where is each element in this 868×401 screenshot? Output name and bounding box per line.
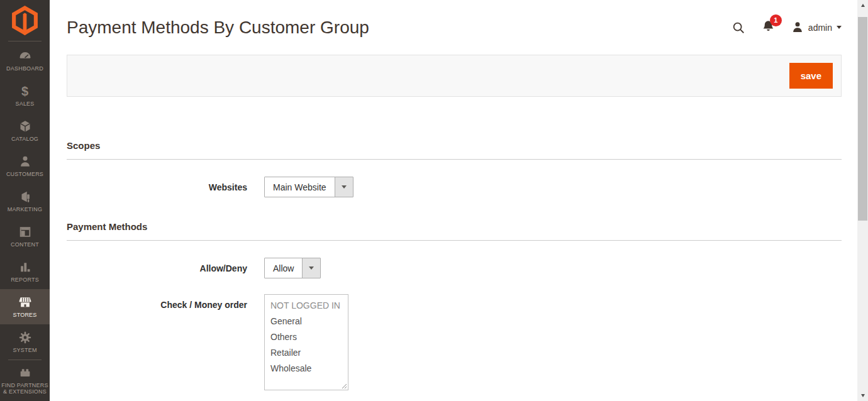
admin-sidebar: DASHBOARD $ SALES CATALOG CUSTOMERS (0, 0, 50, 401)
websites-select-value: Main Website (265, 177, 335, 197)
allow-deny-label: Allow/Deny (67, 263, 264, 273)
multiselect-option[interactable]: General (265, 314, 348, 329)
admin-avatar-icon (791, 21, 804, 34)
person-icon (18, 155, 32, 168)
chevron-down-icon (309, 266, 314, 270)
dollar-icon: $ (21, 84, 28, 98)
section-heading-payment-methods: Payment Methods (67, 221, 842, 232)
websites-select[interactable]: Main Website (264, 177, 353, 197)
section-heading-scopes: Scopes (67, 140, 842, 151)
bar-chart-icon (18, 260, 32, 274)
sidebar-item-label: MARKETING (8, 206, 42, 212)
scroll-down-icon (861, 394, 865, 397)
vertical-scrollbar[interactable] (857, 0, 868, 401)
allow-deny-select-value: Allow (265, 258, 302, 278)
scroll-up-icon (861, 4, 865, 7)
multiselect-option[interactable]: NOT LOGGED IN (265, 298, 348, 314)
sidebar-item-stores[interactable]: STORES (0, 289, 50, 324)
field-row-allow-deny: Allow/Deny Allow (67, 258, 842, 278)
chevron-down-icon (342, 185, 347, 189)
allow-deny-select[interactable]: Allow (264, 258, 321, 278)
magento-logo-icon (12, 6, 38, 35)
sidebar-item-label: CONTENT (11, 241, 39, 248)
field-row-check-money-order: Check / Money order NOT LOGGED IN Genera… (67, 294, 842, 390)
sidebar-item-label: SALES (15, 101, 34, 107)
sidebar-menu: DASHBOARD $ SALES CATALOG CUSTOMERS (0, 43, 50, 400)
select-arrow-button[interactable] (302, 258, 320, 278)
sidebar-item-system[interactable]: SYSTEM (0, 324, 50, 360)
select-arrow-button[interactable] (335, 177, 353, 197)
sidebar-item-label: STORES (13, 312, 36, 318)
section-divider (67, 240, 842, 241)
extension-brick-icon (18, 366, 32, 380)
sidebar-item-label: SYSTEM (13, 347, 36, 353)
search-button[interactable] (732, 21, 745, 35)
scroll-up-button[interactable] (857, 0, 868, 11)
resize-handle[interactable] (342, 383, 347, 389)
admin-username: admin (808, 23, 832, 33)
main-area: Payment Methods By Customer Group 1 (50, 0, 857, 401)
sidebar-item-sales[interactable]: $ SALES (0, 78, 50, 113)
sidebar-item-label: FIND PARTNERS & EXTENSIONS (1, 382, 49, 395)
page-title: Payment Methods By Customer Group (67, 18, 732, 38)
scroll-down-button[interactable] (857, 390, 868, 401)
sidebar-item-find-partners[interactable]: FIND PARTNERS & EXTENSIONS (0, 360, 50, 400)
header-actions: 1 admin (732, 19, 842, 36)
storefront-icon (18, 295, 32, 309)
customer-group-multiselect[interactable]: NOT LOGGED IN General Others Retailer Wh… (264, 294, 348, 390)
sidebar-item-catalog[interactable]: CATALOG (0, 113, 50, 148)
megaphone-icon (18, 190, 32, 204)
sidebar-divider (8, 41, 42, 41)
page-actions-toolbar: save (67, 55, 842, 97)
search-icon (732, 21, 745, 35)
sidebar-item-label: CUSTOMERS (6, 171, 43, 177)
sidebar-item-customers[interactable]: CUSTOMERS (0, 148, 50, 184)
box-icon (18, 119, 32, 133)
multiselect-option[interactable]: Wholesale (265, 361, 348, 376)
multiselect-option[interactable]: Others (265, 329, 348, 345)
websites-label: Websites (67, 182, 264, 192)
field-row-websites: Websites Main Website (67, 177, 842, 197)
dashboard-gauge-icon (18, 49, 32, 63)
sidebar-item-dashboard[interactable]: DASHBOARD (0, 43, 50, 78)
section-divider (67, 159, 842, 160)
check-money-order-label: Check / Money order (67, 294, 264, 310)
multiselect-option[interactable]: Retailer (265, 345, 348, 361)
sidebar-item-label: CATALOG (11, 136, 38, 142)
magento-logo[interactable] (0, 0, 50, 35)
sidebar-item-label: DASHBOARD (6, 65, 43, 72)
scrollbar-thumb[interactable] (858, 17, 867, 221)
notifications-button[interactable]: 1 (762, 19, 775, 36)
chevron-down-icon (837, 26, 842, 29)
sidebar-item-reports[interactable]: REPORTS (0, 254, 50, 289)
sidebar-item-marketing[interactable]: MARKETING (0, 184, 50, 219)
admin-account-menu[interactable]: admin (791, 21, 842, 34)
save-button[interactable]: save (789, 63, 833, 89)
form-content: Scopes Websites Main Website Payment Met… (50, 140, 857, 390)
sidebar-item-label: REPORTS (11, 277, 39, 283)
resize-grip-icon (342, 383, 347, 389)
page-header: Payment Methods By Customer Group 1 (50, 0, 857, 55)
notification-badge: 1 (770, 14, 782, 26)
layout-icon (18, 225, 32, 239)
gear-icon (18, 331, 32, 344)
sidebar-item-content[interactable]: CONTENT (0, 219, 50, 254)
